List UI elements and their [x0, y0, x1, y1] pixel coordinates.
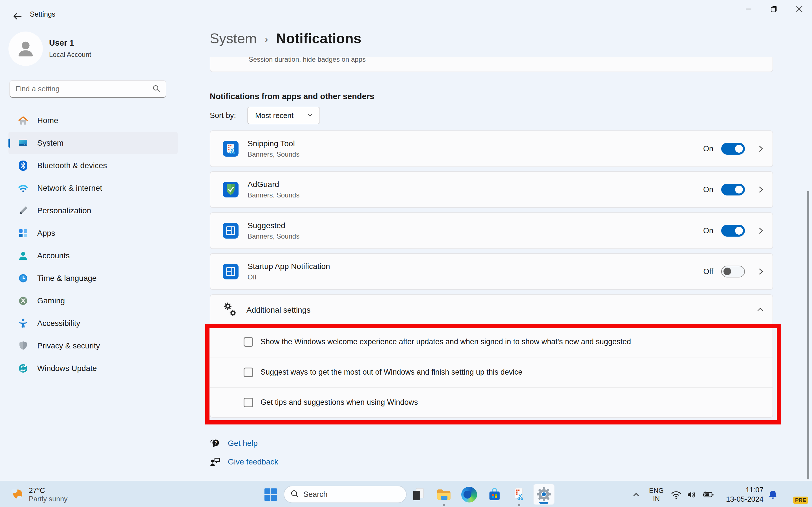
chevron-down-icon	[306, 112, 313, 119]
get-help-link[interactable]: Get help	[228, 439, 258, 448]
give-feedback-link[interactable]: Give feedback	[228, 457, 278, 466]
app-subtitle: Off	[248, 273, 703, 281]
minimize-button[interactable]	[736, 0, 761, 18]
app-row-suggested[interactable]: Suggested Banners, Sounds On	[210, 212, 773, 249]
sort-dropdown[interactable]: Most recent	[247, 107, 320, 124]
network-icon	[17, 182, 29, 194]
toggle-state-label: On	[703, 185, 713, 194]
back-button[interactable]	[8, 8, 27, 24]
snipping-tool-icon	[223, 141, 239, 157]
chevron-right-icon[interactable]	[757, 145, 765, 153]
chevron-right-icon[interactable]	[757, 226, 765, 235]
tips-suggestions-checkbox[interactable]	[244, 398, 253, 407]
chevron-right-icon[interactable]	[757, 267, 765, 276]
sidebar-item-personalization[interactable]: Personalization	[8, 200, 177, 222]
battery-charging-icon[interactable]	[700, 482, 716, 507]
app-name: Snipping Tool	[248, 139, 703, 148]
running-indicator-dot	[443, 504, 445, 506]
edge-browser-icon[interactable]	[458, 482, 480, 507]
sidebar-nav: Home System Bluetooth & devices Network …	[0, 109, 186, 380]
system-tray: ENG IN 11:07 13-05-2024 PRE	[628, 482, 812, 507]
app-subtitle: Banners, Sounds	[248, 191, 703, 199]
breadcrumb-system[interactable]: System	[210, 31, 257, 47]
settings-app-icon-active[interactable]	[533, 484, 555, 505]
chevron-up-icon[interactable]	[756, 306, 765, 314]
sidebar-item-label: Home	[37, 116, 58, 125]
vertical-scrollbar[interactable]	[807, 191, 809, 480]
chevron-right-icon[interactable]	[757, 185, 765, 194]
copilot-icon[interactable]: PRE	[790, 487, 806, 503]
find-setting-input[interactable]: Find a setting	[9, 80, 166, 98]
user-account-type: Local Account	[49, 51, 91, 59]
sidebar-item-apps[interactable]: Apps	[8, 222, 177, 244]
toggle-state-label: On	[703, 226, 713, 235]
weather-widget[interactable]: 27°C Partly sunny	[10, 482, 68, 507]
toggle-state-label: Off	[703, 267, 713, 276]
welcome-experience-row[interactable]: Show the Windows welcome experience afte…	[210, 327, 772, 357]
suggest-ways-row[interactable]: Suggest ways to get the most out of Wind…	[210, 357, 772, 387]
sidebar-item-home[interactable]: Home	[8, 109, 177, 132]
main-content: Session duration, hide badges on apps No…	[210, 57, 773, 467]
notifications-toggle[interactable]	[721, 266, 745, 277]
app-name: Startup App Notification	[248, 262, 703, 271]
svg-text:?: ?	[214, 441, 217, 445]
file-explorer-icon[interactable]	[433, 482, 455, 507]
sidebar-item-gaming[interactable]: Gaming	[8, 290, 177, 312]
tips-suggestions-row[interactable]: Get tips and suggestions when using Wind…	[210, 387, 772, 417]
sidebar-item-accessibility[interactable]: Accessibility	[8, 312, 177, 335]
sidebar-item-time-language[interactable]: Time & language	[8, 267, 177, 290]
app-subtitle: Banners, Sounds	[248, 232, 703, 240]
input-language-indicator[interactable]: ENG IN	[644, 487, 668, 503]
bluetooth-icon	[17, 160, 29, 171]
avatar[interactable]	[8, 32, 43, 66]
hidden-icons-chevron[interactable]	[628, 482, 644, 507]
snipping-tool-taskbar-icon[interactable]	[508, 482, 530, 507]
gears-icon	[221, 302, 240, 319]
help-bubble-icon: ?	[210, 438, 221, 449]
start-button[interactable]	[260, 482, 282, 507]
clock[interactable]: 11:07 13-05-2024	[726, 485, 763, 504]
language-line2: IN	[644, 495, 668, 503]
window-title: Settings	[30, 10, 55, 18]
app-name: Suggested	[248, 221, 703, 230]
time-language-icon	[17, 273, 29, 284]
sidebar-item-system[interactable]: System	[8, 132, 177, 154]
find-setting-placeholder: Find a setting	[15, 84, 152, 93]
checkbox-label: Suggest ways to get the most out of Wind…	[260, 368, 522, 377]
checkbox-label: Get tips and suggestions when using Wind…	[260, 398, 418, 407]
taskbar: 27°C Partly sunny Search	[0, 481, 812, 507]
suggest-ways-checkbox[interactable]	[244, 368, 253, 377]
sidebar-item-network-internet[interactable]: Network & internet	[8, 177, 177, 200]
microsoft-store-icon[interactable]	[484, 482, 505, 507]
restore-button[interactable]	[761, 0, 786, 18]
search-icon	[290, 490, 299, 499]
notifications-toggle[interactable]	[721, 184, 745, 195]
sort-row: Sort by: Most recent	[210, 107, 773, 124]
clipped-notifications-row[interactable]: Session duration, hide badges on apps	[210, 57, 773, 72]
sidebar-item-label: Network & internet	[37, 184, 102, 193]
apps-icon	[17, 228, 29, 239]
toggle-state-label: On	[703, 145, 713, 153]
notifications-toggle[interactable]	[721, 143, 745, 155]
close-button[interactable]	[786, 0, 812, 18]
volume-icon[interactable]	[684, 482, 700, 507]
welcome-experience-checkbox[interactable]	[244, 337, 253, 347]
sort-dropdown-value: Most recent	[255, 111, 306, 120]
desktops-app-icon[interactable]	[408, 482, 429, 507]
notification-bell-icon[interactable]	[763, 482, 782, 507]
sidebar-item-windows-update[interactable]: Windows Update	[8, 357, 177, 380]
notifications-toggle[interactable]	[721, 225, 745, 237]
active-app-indicator	[539, 502, 548, 504]
sidebar-item-privacy-security[interactable]: Privacy & security	[8, 335, 177, 357]
app-row-adguard[interactable]: AdGuard Banners, Sounds On	[210, 171, 773, 208]
additional-settings-expander[interactable]: Additional settings	[210, 294, 773, 326]
app-row-startup-app-notification[interactable]: Startup App Notification Off Off	[210, 253, 773, 290]
sidebar-item-accounts[interactable]: Accounts	[8, 244, 177, 267]
sidebar-item-bluetooth-devices[interactable]: Bluetooth & devices	[8, 154, 177, 177]
get-help-row: ? Get help	[210, 438, 773, 449]
app-row-snipping-tool[interactable]: Snipping Tool Banners, Sounds On	[210, 130, 773, 167]
wifi-icon[interactable]	[668, 482, 684, 507]
checkbox-label: Show the Windows welcome experience afte…	[260, 337, 631, 346]
taskbar-search[interactable]: Search	[284, 486, 407, 503]
personalization-icon	[17, 205, 29, 216]
